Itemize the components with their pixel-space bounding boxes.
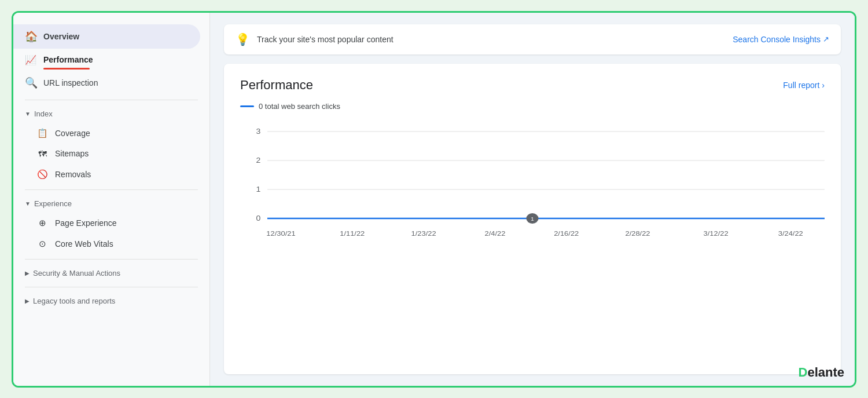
arrow-icon-leg: ▶ <box>25 298 30 304</box>
performance-title: Performance <box>240 78 313 93</box>
svg-text:2/16/22: 2/16/22 <box>554 229 579 237</box>
sitemaps-icon: 🗺 <box>36 149 48 159</box>
sidebar-item-sitemaps[interactable]: 🗺 Sitemaps <box>13 144 209 164</box>
svg-text:2/28/22: 2/28/22 <box>625 229 650 237</box>
sidebar-label-overview: Overview <box>43 32 79 41</box>
lightbulb-icon: 💡 <box>236 32 250 46</box>
performance-card: Performance Full report › 0 total web se… <box>224 64 841 374</box>
search-console-insights-link[interactable]: Search Console Insights ↗ <box>733 35 829 44</box>
legend-line <box>240 105 254 107</box>
core-web-vitals-icon: ⊙ <box>36 239 48 249</box>
svg-text:3: 3 <box>256 127 260 135</box>
delante-logo-text: elante <box>807 365 844 379</box>
page-experience-icon: ⊕ <box>36 218 48 228</box>
external-link-icon: ↗ <box>823 35 829 43</box>
sidebar-label-core-web-vitals: Core Web Vitals <box>55 239 113 249</box>
sidebar-label-page-experience: Page Experience <box>55 218 117 228</box>
insight-banner: 💡 Track your site's most popular content… <box>224 24 841 54</box>
divider-4 <box>25 287 198 287</box>
sidebar-item-coverage[interactable]: 📋 Coverage <box>13 123 209 144</box>
chart-area: 3 2 1 0 1 12/30/21 <box>240 120 825 259</box>
coverage-icon: 📋 <box>36 128 48 138</box>
removals-icon: 🚫 <box>36 169 48 180</box>
main-content: 💡 Track your site's most popular content… <box>210 13 855 386</box>
insight-left: 💡 Track your site's most popular content <box>236 32 393 46</box>
sidebar-section-experience[interactable]: ▼ Experience <box>13 195 209 213</box>
performance-icon: 📈 <box>25 54 36 65</box>
svg-text:2: 2 <box>256 156 260 164</box>
arrow-icon: ▼ <box>25 111 31 117</box>
delante-logo: Delante <box>799 365 844 380</box>
full-report-label: Full report <box>783 81 819 90</box>
svg-text:1: 1 <box>256 185 260 193</box>
svg-text:1/11/22: 1/11/22 <box>340 229 365 237</box>
sidebar-item-overview[interactable]: 🏠 Overview <box>13 24 200 49</box>
divider-2 <box>25 189 198 190</box>
svg-text:0: 0 <box>256 214 260 222</box>
insight-text: Track your site's most popular content <box>257 35 393 44</box>
sidebar-item-url-inspection[interactable]: 🔍 URL inspection <box>13 71 200 95</box>
sidebar-item-removals[interactable]: 🚫 Removals <box>13 164 209 185</box>
svg-text:3/12/22: 3/12/22 <box>704 229 729 237</box>
delante-logo-d: D <box>799 365 808 379</box>
full-report-link[interactable]: Full report › <box>783 81 825 90</box>
sidebar-section-security-label: Security & Manual Actions <box>33 269 120 277</box>
home-icon: 🏠 <box>25 30 36 43</box>
search-icon: 🔍 <box>25 76 36 89</box>
sidebar-section-index-label: Index <box>34 109 53 118</box>
perf-card-header: Performance Full report › <box>240 78 825 93</box>
divider-3 <box>25 259 198 260</box>
sidebar-label-performance: Performance <box>43 55 93 64</box>
arrow-icon-exp: ▼ <box>25 200 31 207</box>
arrow-icon-sec: ▶ <box>25 270 30 276</box>
chevron-right-icon: › <box>822 81 825 90</box>
svg-text:1/23/22: 1/23/22 <box>411 229 436 237</box>
performance-chart: 3 2 1 0 1 12/30/21 <box>240 120 825 259</box>
sidebar-label-sitemaps: Sitemaps <box>55 149 89 158</box>
chart-legend: 0 total web search clicks <box>240 102 825 111</box>
sidebar: 🏠 Overview 📈 Performance 🔍 URL inspectio… <box>13 13 210 386</box>
sidebar-section-legacy-label: Legacy tools and reports <box>33 297 115 305</box>
divider-1 <box>25 100 198 100</box>
svg-text:3/24/22: 3/24/22 <box>778 229 803 237</box>
legend-label: 0 total web search clicks <box>259 102 340 111</box>
svg-text:2/4/22: 2/4/22 <box>484 229 505 237</box>
sidebar-label-url-inspection: URL inspection <box>43 78 98 87</box>
sidebar-item-performance[interactable]: 📈 Performance <box>13 49 200 71</box>
performance-underline <box>43 68 90 70</box>
sidebar-section-experience-label: Experience <box>34 199 72 208</box>
sidebar-label-removals: Removals <box>55 170 91 179</box>
sidebar-section-index[interactable]: ▼ Index <box>13 105 209 123</box>
sidebar-section-legacy[interactable]: ▶ Legacy tools and reports <box>13 292 209 310</box>
app-frame: 🏠 Overview 📈 Performance 🔍 URL inspectio… <box>12 11 856 388</box>
sidebar-section-security[interactable]: ▶ Security & Manual Actions <box>13 264 209 282</box>
insight-link-label: Search Console Insights <box>733 35 821 44</box>
svg-text:1: 1 <box>531 216 534 221</box>
sidebar-item-page-experience[interactable]: ⊕ Page Experience <box>13 213 209 233</box>
sidebar-label-coverage: Coverage <box>55 129 90 138</box>
svg-text:12/30/21: 12/30/21 <box>266 229 296 237</box>
sidebar-item-core-web-vitals[interactable]: ⊙ Core Web Vitals <box>13 233 209 254</box>
